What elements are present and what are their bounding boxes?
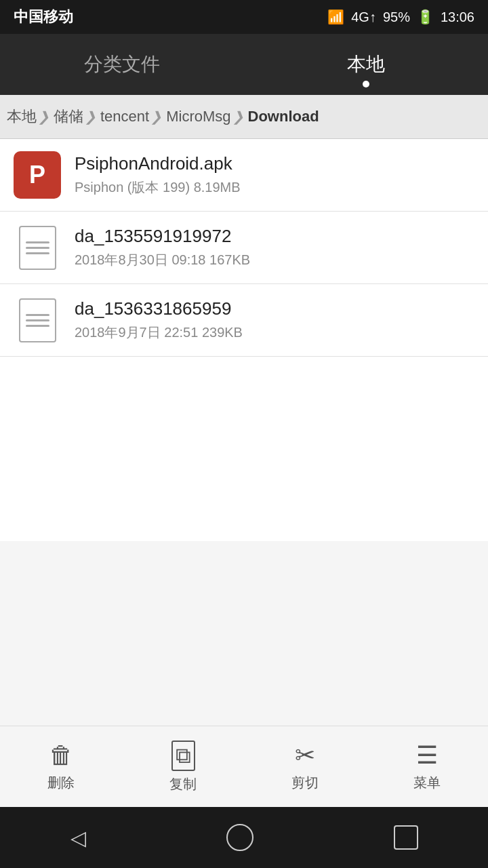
breadcrumb-micromsg[interactable]: MicroMsg <box>166 108 230 125</box>
copy-label: 复制 <box>169 775 197 793</box>
signal-4g-icon: 4G↑ <box>351 9 376 25</box>
file-icon-doc1 <box>14 224 61 271</box>
file-icon-apk: P <box>14 151 61 199</box>
recent-button[interactable] <box>394 825 418 850</box>
file-name-doc1: da_1535591919972 <box>75 226 474 247</box>
cut-label: 剪切 <box>291 774 319 792</box>
copy-button[interactable]: ⧉ 复制 <box>169 741 197 793</box>
list-item[interactable]: da_1536331865959 2018年9月7日 22:51 239KB <box>0 284 488 357</box>
breadcrumb-sep-4: ❯ <box>231 108 247 125</box>
delete-icon: 🗑 <box>49 741 73 770</box>
copy-icon: ⧉ <box>171 741 195 771</box>
breadcrumb-sep-2: ❯ <box>84 108 100 125</box>
breadcrumb-local[interactable]: 本地 <box>7 106 37 127</box>
nav-bar: ◁ <box>0 807 488 868</box>
delete-label: 删除 <box>47 774 75 792</box>
battery-icon: 🔋 <box>417 9 434 25</box>
cut-button[interactable]: ✂ 剪切 <box>291 741 319 792</box>
status-icons: 📶 4G↑ 95% 🔋 13:06 <box>327 9 474 25</box>
wifi-icon: 📶 <box>327 9 344 25</box>
time-label: 13:06 <box>441 9 474 25</box>
tab-classify[interactable]: 分类文件 <box>0 45 244 84</box>
list-item[interactable]: da_1535591919972 2018年8月30日 09:18 167KB <box>0 212 488 284</box>
file-meta-apk: Psiphon (版本 199) 8.19MB <box>75 178 474 197</box>
file-list: P PsiphonAndroid.apk Psiphon (版本 199) 8.… <box>0 139 488 541</box>
home-button[interactable] <box>226 824 253 851</box>
menu-label: 菜单 <box>413 774 441 792</box>
tab-local[interactable]: 本地 <box>244 45 488 84</box>
bottom-toolbar: 🗑 删除 ⧉ 复制 ✂ 剪切 ☰ 菜单 <box>0 726 488 807</box>
list-item[interactable]: P PsiphonAndroid.apk Psiphon (版本 199) 8.… <box>0 139 488 212</box>
menu-button[interactable]: ☰ 菜单 <box>413 741 441 792</box>
status-bar: 中国移动 📶 4G↑ 95% 🔋 13:06 <box>0 0 488 34</box>
file-meta-doc2: 2018年9月7日 22:51 239KB <box>75 323 474 342</box>
empty-area <box>0 541 488 726</box>
file-info-apk: PsiphonAndroid.apk Psiphon (版本 199) 8.19… <box>75 153 474 197</box>
file-name-apk: PsiphonAndroid.apk <box>75 153 474 174</box>
breadcrumb-download[interactable]: Download <box>248 108 319 125</box>
cut-icon: ✂ <box>295 741 315 770</box>
file-info-doc1: da_1535591919972 2018年8月30日 09:18 167KB <box>75 226 474 269</box>
breadcrumb-sep-3: ❯ <box>150 108 165 125</box>
doc-icon-2 <box>19 298 56 342</box>
header-tabs: 分类文件 本地 <box>0 34 488 95</box>
apk-icon: P <box>14 151 61 199</box>
breadcrumb-tencent[interactable]: tencent <box>100 108 149 125</box>
back-button[interactable]: ◁ <box>70 826 86 850</box>
menu-icon: ☰ <box>416 741 438 770</box>
breadcrumb-sep-1: ❯ <box>37 108 53 125</box>
breadcrumb: 本地 ❯ 储储 ❯ tencent ❯ MicroMsg ❯ Download <box>0 95 488 139</box>
doc-icon-1 <box>19 226 56 270</box>
file-name-doc2: da_1536331865959 <box>75 298 474 319</box>
carrier-label: 中国移动 <box>14 7 73 27</box>
file-meta-doc1: 2018年8月30日 09:18 167KB <box>75 251 474 269</box>
file-icon-doc2 <box>14 296 61 344</box>
battery-label: 95% <box>383 9 410 25</box>
breadcrumb-storage[interactable]: 储储 <box>54 106 83 127</box>
delete-button[interactable]: 🗑 删除 <box>47 741 75 792</box>
file-info-doc2: da_1536331865959 2018年9月7日 22:51 239KB <box>75 298 474 342</box>
